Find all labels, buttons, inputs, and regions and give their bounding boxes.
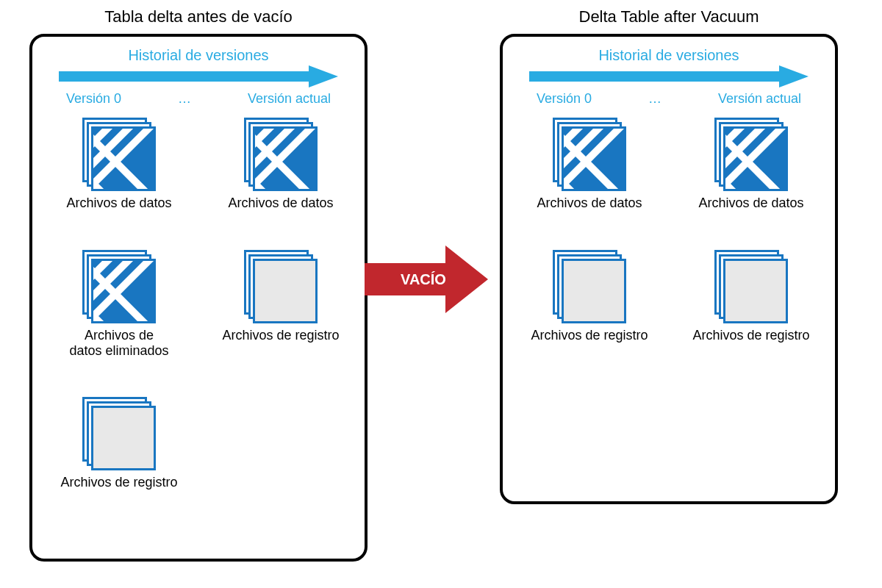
version-ellipsis: … <box>648 91 662 107</box>
log-files-icon <box>714 250 788 323</box>
before-data-vcur: Archivos de datos <box>215 118 347 211</box>
before-removed-data: Archivos de datos eliminados <box>53 250 185 358</box>
log-files-icon <box>82 397 156 470</box>
after-version-labels: Versión 0 … Versión actual <box>503 91 835 107</box>
parquet-files-icon <box>553 118 626 191</box>
before-log-vcur: Archivos de registro <box>215 250 347 343</box>
before-history-arrow: Historial de versiones <box>32 47 365 87</box>
parquet-files-icon <box>244 118 318 191</box>
before-version-labels: Versión 0 … Versión actual <box>32 91 365 107</box>
after-data-vcur: Archivos de datos <box>685 118 817 211</box>
vacuum-arrow: VACÍO <box>365 243 490 316</box>
after-title: Delta Table after Vacuum <box>500 7 838 26</box>
history-label: Historial de versiones <box>598 47 739 64</box>
caption: Archivos de datos <box>66 196 171 211</box>
after-panel: Historial de versiones Versión 0 … Versi… <box>500 34 838 504</box>
after-data-v0: Archivos de datos <box>523 118 656 211</box>
vacuum-label: VACÍO <box>401 271 453 288</box>
log-files-icon <box>553 250 626 323</box>
after-history-arrow: Historial de versiones <box>503 47 835 87</box>
before-panel: Historial de versiones Versión 0 … Versi… <box>29 34 368 562</box>
caption: Archivos de datos <box>228 196 333 211</box>
svg-marker-2 <box>529 65 808 87</box>
parquet-files-icon <box>82 118 156 191</box>
caption: Archivos de datos <box>537 196 642 211</box>
caption: Archivos de registro <box>692 328 809 343</box>
right-arrow-icon <box>529 65 808 87</box>
caption: Archivos de registro <box>531 328 648 343</box>
after-log-v0: Archivos de registro <box>523 250 656 343</box>
caption: Archivos de datos <box>698 196 803 211</box>
version-start: Versión 0 <box>537 91 592 107</box>
version-end: Versión actual <box>248 91 331 107</box>
diagram-canvas: Tabla delta antes de vacío Historial de … <box>0 0 882 588</box>
before-title: Tabla delta antes de vacío <box>29 7 368 26</box>
caption: Archivos de registro <box>60 475 177 490</box>
version-end: Versión actual <box>718 91 801 107</box>
log-files-icon <box>244 250 318 323</box>
svg-marker-0 <box>59 65 338 87</box>
before-log-v0: Archivos de registro <box>53 397 185 490</box>
caption: Archivos de datos eliminados <box>69 328 168 358</box>
before-data-v0: Archivos de datos <box>53 118 185 211</box>
version-start: Versión 0 <box>66 91 121 107</box>
after-log-vcur: Archivos de registro <box>685 250 817 343</box>
version-ellipsis: … <box>178 91 191 107</box>
caption: Archivos de registro <box>222 328 339 343</box>
parquet-files-icon <box>82 250 156 323</box>
history-label: Historial de versiones <box>128 47 268 64</box>
parquet-files-icon <box>714 118 788 191</box>
right-arrow-icon <box>59 65 338 87</box>
